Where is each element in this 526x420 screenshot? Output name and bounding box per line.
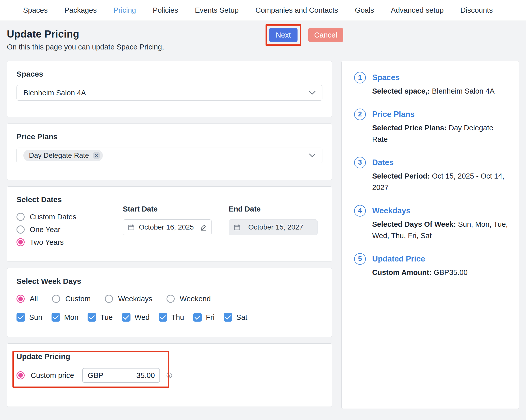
radio-all[interactable]: All — [17, 293, 38, 304]
price-plans-card: Price Plans Day Delegate Rate ✕ — [7, 124, 332, 180]
price-plan-chip-label: Day Delegate Rate — [29, 151, 89, 160]
step-title-weekdays[interactable]: Weekdays — [372, 205, 510, 217]
form-column: Spaces Blenheim Salon 4A Price Plans Day… — [7, 61, 332, 407]
days-checkbox-row: Sun Mon Tue Wed — [17, 313, 322, 322]
tab-spaces[interactable]: Spaces — [15, 6, 56, 14]
custom-price-label: Custom price — [31, 371, 74, 380]
end-date-value: October 15, 2027 — [248, 223, 303, 231]
tab-events-setup[interactable]: Events Setup — [187, 6, 247, 14]
info-icon[interactable] — [166, 372, 173, 379]
step-text-value: GBP35.00 — [432, 268, 468, 276]
content-columns: Spaces Blenheim Salon 4A Price Plans Day… — [7, 61, 519, 409]
radio-weekend-control[interactable] — [167, 295, 175, 303]
step-number-badge: 2 — [354, 109, 366, 120]
step-text: Selected Period: Oct 15, 2025 - Oct 14, … — [372, 170, 510, 193]
step-rail: 3 — [350, 157, 370, 205]
step-number-badge: 4 — [354, 205, 366, 217]
step-title-dates[interactable]: Dates — [372, 157, 510, 168]
checkbox-wed[interactable] — [122, 313, 130, 322]
summary-step-updated-price: 5 Updated Price Custom Amount: GBP35.00 — [350, 253, 510, 278]
radio-all-control[interactable] — [17, 295, 25, 303]
step-connector — [360, 168, 360, 205]
checkbox-sat[interactable] — [224, 313, 232, 322]
step-text-label: Selected space,: — [372, 87, 430, 95]
step-rail: 2 — [350, 109, 370, 157]
chevron-down-icon — [309, 91, 316, 95]
radio-weekend[interactable]: Weekend — [167, 293, 211, 304]
select-week-days-card: Select Week Days All Custom Weekdays — [7, 268, 332, 337]
start-date-label: Start Date — [123, 205, 212, 213]
step-text-label: Selected Days Of Week: — [372, 220, 456, 228]
checkbox-thu[interactable] — [159, 313, 167, 322]
day-item-tue[interactable]: Tue — [88, 313, 113, 322]
step-text-label: Custom Amount: — [372, 268, 432, 276]
radio-weekdays-control[interactable] — [105, 295, 113, 303]
step-text: Selected space,: Blenheim Salon 4A — [372, 85, 510, 97]
step-number-badge: 3 — [354, 157, 366, 168]
next-button[interactable]: Next — [269, 28, 298, 42]
checkbox-fri[interactable] — [193, 313, 202, 322]
checkbox-wed-label: Wed — [135, 313, 150, 322]
radio-two-years[interactable]: Two Years — [17, 236, 322, 249]
start-date-block: Start Date October 16, 2025 — [123, 205, 212, 235]
edit-icon[interactable] — [200, 224, 207, 231]
remove-chip-icon[interactable]: ✕ — [93, 152, 100, 159]
tab-advanced-setup[interactable]: Advanced setup — [383, 6, 452, 14]
checkbox-mon[interactable] — [52, 313, 60, 322]
radio-two-years-label: Two Years — [30, 238, 64, 247]
price-plans-card-title: Price Plans — [17, 132, 322, 141]
radio-weekend-label: Weekend — [180, 295, 211, 303]
step-number-badge: 5 — [354, 253, 366, 265]
custom-price-input[interactable] — [107, 371, 159, 380]
day-item-mon[interactable]: Mon — [52, 313, 78, 322]
checkbox-sun[interactable] — [17, 313, 25, 322]
radio-custom-price[interactable] — [17, 371, 25, 379]
step-title-spaces[interactable]: Spaces — [372, 72, 510, 83]
checkbox-mon-label: Mon — [64, 313, 78, 322]
day-item-thu[interactable]: Thu — [159, 313, 184, 322]
spaces-card-title: Spaces — [17, 70, 322, 78]
radio-weekdays[interactable]: Weekdays — [105, 293, 152, 304]
tab-pricing[interactable]: Pricing — [105, 6, 144, 14]
update-pricing-card: Update Pricing Custom price GBP — [7, 343, 332, 407]
day-item-wed[interactable]: Wed — [122, 313, 150, 322]
step-body: Price Plans Selected Price Plans: Day De… — [370, 109, 510, 157]
step-body: Updated Price Custom Amount: GBP35.00 — [370, 253, 510, 278]
calendar-icon — [128, 224, 135, 231]
summary-step-price-plans: 2 Price Plans Selected Price Plans: Day … — [350, 109, 510, 157]
step-title-updated-price[interactable]: Updated Price — [372, 253, 510, 265]
select-dates-title: Select Dates — [17, 195, 322, 204]
step-title-price-plans[interactable]: Price Plans — [372, 109, 510, 120]
calendar-icon — [234, 224, 241, 231]
checkbox-tue[interactable] — [88, 313, 96, 322]
step-text: Selected Price Plans: Day Delegate Rate — [372, 122, 510, 145]
tab-goals[interactable]: Goals — [347, 6, 383, 14]
page-title: Update Pricing — [7, 21, 519, 40]
summary-panel: 1 Spaces Selected space,: Blenheim Salon… — [341, 61, 519, 409]
start-date-field[interactable]: October 16, 2025 — [123, 219, 212, 235]
tab-packages[interactable]: Packages — [56, 6, 105, 14]
price-plans-select[interactable]: Day Delegate Rate ✕ — [17, 148, 322, 163]
tab-discounts[interactable]: Discounts — [452, 6, 501, 14]
day-item-fri[interactable]: Fri — [193, 313, 215, 322]
step-text-label: Selected Price Plans: — [372, 124, 447, 132]
radio-custom[interactable]: Custom — [52, 293, 91, 304]
radio-custom-control[interactable] — [52, 295, 60, 303]
cancel-button[interactable]: Cancel — [308, 28, 343, 42]
radio-custom-dates-control[interactable] — [17, 213, 25, 221]
tab-companies-and-contacts[interactable]: Companies and Contacts — [247, 6, 347, 14]
day-item-sun[interactable]: Sun — [17, 313, 42, 322]
radio-one-year-control[interactable] — [17, 225, 25, 234]
step-rail: 5 — [350, 253, 370, 278]
spaces-select[interactable]: Blenheim Salon 4A — [17, 85, 322, 101]
end-date-field: October 15, 2027 — [229, 219, 318, 235]
radio-two-years-control[interactable] — [17, 238, 25, 246]
currency-label: GBP — [83, 369, 107, 382]
start-date-value: October 16, 2025 — [139, 223, 194, 231]
tab-policies[interactable]: Policies — [144, 6, 187, 14]
day-item-sat[interactable]: Sat — [224, 313, 248, 322]
radio-custom-dates-label: Custom Dates — [30, 213, 76, 221]
price-plan-chip: Day Delegate Rate ✕ — [23, 150, 103, 161]
step-number-badge: 1 — [354, 72, 366, 83]
step-text-label: Selected Period: — [372, 172, 430, 180]
